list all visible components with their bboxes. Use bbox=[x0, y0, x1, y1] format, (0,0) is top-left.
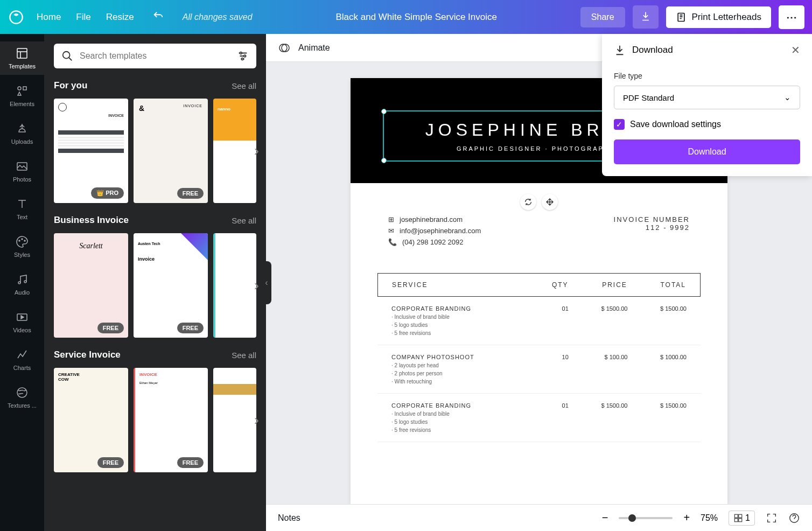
badge-free: FREE bbox=[177, 323, 204, 333]
section-title: Business Invoice bbox=[54, 215, 129, 226]
row-total: $ 1500.00 bbox=[627, 305, 687, 336]
search-input[interactable] bbox=[80, 51, 230, 61]
thumb-title: Scarlett bbox=[58, 242, 124, 250]
see-all-link[interactable]: See all bbox=[232, 216, 256, 225]
save-settings-row[interactable]: ✓ Save download settings bbox=[614, 119, 800, 130]
close-icon[interactable]: ✕ bbox=[791, 44, 800, 57]
thumb-title: Austen Tech bbox=[138, 242, 204, 246]
download-panel: Download ✕ File type PDF Standard ⌄ ✓ Sa… bbox=[602, 34, 812, 176]
rail-label: Text bbox=[17, 214, 27, 220]
next-arrow-icon[interactable]: › bbox=[254, 277, 259, 294]
selection-handle[interactable] bbox=[381, 158, 387, 163]
transparency-icon[interactable] bbox=[278, 41, 291, 54]
rail-label: Uploads bbox=[11, 138, 33, 145]
share-button[interactable]: Share bbox=[580, 7, 625, 27]
svg-point-12 bbox=[17, 388, 27, 397]
download-title: Download bbox=[632, 45, 673, 55]
selection-handle[interactable] bbox=[381, 109, 387, 114]
table-row: CORPORATE BRANDING · Inclusive of brand … bbox=[377, 394, 701, 442]
file-type-select[interactable]: PDF Standard ⌄ bbox=[614, 86, 800, 109]
zoom-in-icon[interactable]: + bbox=[683, 512, 690, 524]
rail-label: Styles bbox=[14, 251, 30, 258]
email-icon: ✉ bbox=[388, 227, 394, 235]
template-thumb[interactable]: Austen Tech Invoice FREE bbox=[134, 233, 208, 338]
rail-charts[interactable]: Charts bbox=[0, 343, 44, 376]
rail-uploads[interactable]: Uploads bbox=[0, 117, 44, 150]
download-top-button[interactable] bbox=[633, 5, 659, 29]
svg-point-3 bbox=[18, 87, 21, 90]
document-title[interactable]: Black and White Simple Service Invoice bbox=[260, 12, 573, 23]
help-icon[interactable] bbox=[788, 512, 800, 524]
zoom-slider[interactable] bbox=[619, 517, 673, 519]
search-box[interactable] bbox=[54, 44, 256, 68]
rail-textures[interactable]: Textures ... bbox=[0, 381, 44, 414]
download-header: Download ✕ bbox=[602, 34, 812, 66]
template-thumb[interactable]: nanno bbox=[213, 99, 256, 203]
thumb-subtitle: Ethan Meyer bbox=[135, 381, 208, 385]
thumb-title: INVOICE bbox=[183, 104, 202, 108]
next-arrow-icon[interactable]: › bbox=[254, 411, 259, 429]
filter-icon[interactable] bbox=[237, 50, 249, 62]
more-button[interactable]: ⋯ bbox=[779, 5, 804, 29]
print-button[interactable]: Print Letterheads bbox=[666, 6, 771, 28]
rail-styles[interactable]: Styles bbox=[0, 230, 44, 263]
thumb-subtitle: Invoice bbox=[138, 256, 204, 262]
zoom-out-icon[interactable]: − bbox=[602, 512, 608, 524]
next-arrow-icon[interactable]: › bbox=[254, 142, 259, 159]
search-icon bbox=[61, 50, 73, 62]
svg-point-6 bbox=[19, 240, 20, 241]
file-type-label: File type bbox=[614, 72, 800, 80]
fullscreen-icon[interactable] bbox=[766, 512, 778, 524]
template-thumb[interactable] bbox=[213, 233, 256, 338]
rail-elements[interactable]: Elements bbox=[0, 79, 44, 113]
rail-videos[interactable]: Videos bbox=[0, 305, 44, 339]
rail-templates[interactable]: Templates bbox=[0, 41, 44, 75]
animate-button[interactable]: Animate bbox=[298, 43, 330, 53]
undo-icon[interactable] bbox=[152, 10, 164, 24]
table-header: SERVICE QTY PRICE TOTAL bbox=[377, 273, 701, 297]
notes-button[interactable]: Notes bbox=[278, 513, 300, 523]
move-icon[interactable] bbox=[542, 194, 558, 210]
rail-label: Photos bbox=[13, 176, 31, 183]
top-menu: Home File Resize bbox=[37, 12, 134, 23]
row-service: COMPANY PHOTOSHOOT · 2 layouts per head·… bbox=[391, 354, 509, 385]
svg-point-13 bbox=[63, 52, 70, 59]
logo-icon[interactable] bbox=[8, 9, 25, 26]
see-all-link[interactable]: See all bbox=[232, 81, 256, 90]
row-qty: 10 bbox=[509, 354, 569, 385]
template-thumb[interactable]: CREATIVE COW FREE bbox=[54, 368, 128, 472]
save-status: All changes saved bbox=[183, 12, 253, 22]
row-service: CORPORATE BRANDING · Inclusive of brand … bbox=[391, 305, 509, 336]
sync-icon[interactable] bbox=[520, 194, 536, 210]
download-button[interactable]: Download bbox=[614, 139, 800, 164]
template-thumb[interactable]: &INVOICE FREE bbox=[134, 99, 208, 203]
rail-photos[interactable]: Photos bbox=[0, 155, 44, 188]
template-thumb[interactable] bbox=[213, 368, 256, 472]
see-all-link[interactable]: See all bbox=[232, 351, 256, 360]
phone-text: (04) 298 1092 2092 bbox=[402, 238, 463, 246]
invoice-number: INVOICE NUMBER 112 - 9992 bbox=[614, 215, 690, 246]
download-icon bbox=[614, 44, 626, 56]
col-price: PRICE bbox=[569, 281, 627, 289]
rail-text[interactable]: Text bbox=[0, 192, 44, 226]
badge-free: FREE bbox=[97, 323, 124, 333]
resize-menu[interactable]: Resize bbox=[106, 12, 134, 23]
file-menu[interactable]: File bbox=[76, 12, 90, 23]
template-thumb[interactable]: INVOICE Ethan Meyer FREE bbox=[134, 368, 208, 472]
table-row: CORPORATE BRANDING · Inclusive of brand … bbox=[377, 297, 701, 345]
badge-free: FREE bbox=[97, 457, 124, 468]
zoom-value[interactable]: 75% bbox=[701, 513, 718, 523]
home-menu[interactable]: Home bbox=[37, 12, 61, 23]
template-thumb[interactable]: INVOICE PRO bbox=[54, 99, 128, 203]
page-grid-button[interactable]: 1 bbox=[729, 511, 755, 526]
videos-icon bbox=[16, 311, 29, 324]
zoom-handle[interactable] bbox=[628, 514, 636, 522]
select-value: PDF Standard bbox=[623, 93, 674, 102]
rail-label: Elements bbox=[10, 101, 34, 107]
rail-audio[interactable]: Audio bbox=[0, 268, 44, 301]
template-thumb[interactable]: Scarlett FREE bbox=[54, 233, 128, 338]
section-header-business: Business Invoice See all bbox=[54, 215, 256, 226]
section-title: For you bbox=[54, 80, 87, 91]
checkbox-checked[interactable]: ✓ bbox=[614, 119, 625, 130]
section-header-service: Service Invoice See all bbox=[54, 350, 256, 360]
